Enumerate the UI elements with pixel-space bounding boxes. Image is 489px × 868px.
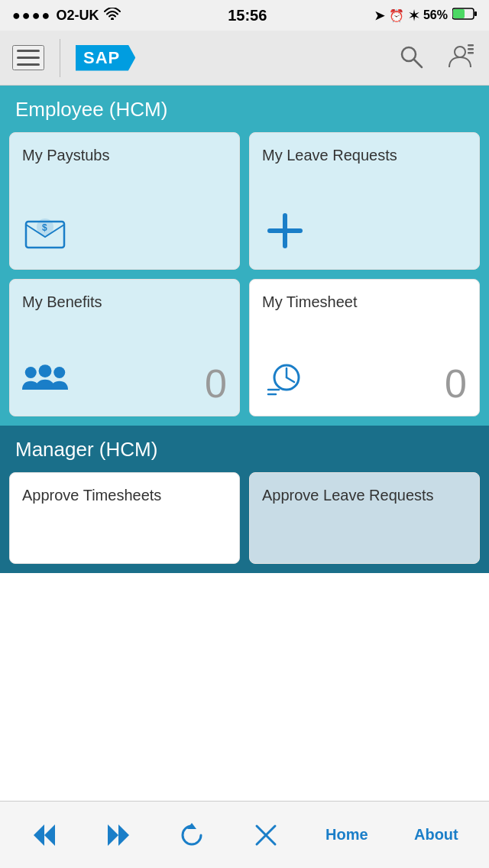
bottom-nav: Home About — [0, 801, 489, 868]
benefits-tile[interactable]: My Benefits 0 — [9, 279, 240, 416]
timesheet-tile[interactable]: My Timesheet 0 — [249, 279, 480, 416]
nav-right — [394, 40, 477, 76]
leave-requests-tile-title: My Leave Requests — [262, 145, 467, 165]
status-time: 15:56 — [228, 7, 267, 24]
approve-timesheets-tile[interactable]: Approve Timesheets — [9, 472, 240, 564]
status-bar: ●●●● O2-UK 15:56 ➤ ⏰ ✶ 56% ⚡ — [0, 0, 489, 31]
svg-point-17 — [53, 367, 65, 378]
sap-logo: SAP — [76, 45, 135, 71]
signal-dots: ●●●● — [12, 8, 52, 24]
alarm-icon: ⏰ — [389, 8, 404, 23]
carrier-name: O2-UK — [57, 8, 99, 24]
nav-left: SAP — [12, 39, 135, 77]
svg-rect-9 — [468, 52, 474, 54]
svg-rect-1 — [453, 9, 465, 18]
benefits-tile-title: My Benefits — [22, 292, 227, 312]
search-button[interactable] — [394, 40, 428, 76]
plus-icon — [262, 208, 308, 257]
refresh-button[interactable] — [169, 815, 215, 855]
battery-percent: 56% — [423, 8, 448, 22]
leave-requests-tile-bottom — [262, 208, 467, 257]
manager-section-header: Manager (HCM) — [0, 426, 489, 472]
manager-section: Manager (HCM) Approve Timesheets Approve… — [0, 426, 489, 573]
battery-icon: ⚡ — [452, 8, 477, 23]
back-button[interactable] — [21, 815, 67, 855]
svg-marker-24 — [44, 824, 55, 846]
status-left: ●●●● O2-UK — [12, 8, 121, 24]
about-label: About — [414, 826, 458, 844]
wifi-icon — [104, 8, 121, 24]
employee-section-header: Employee (HCM) — [0, 86, 489, 132]
svg-line-5 — [414, 60, 422, 67]
main-content: Employee (HCM) My Paystubs $ — [0, 86, 489, 640]
home-button[interactable]: Home — [316, 820, 377, 850]
svg-point-15 — [25, 367, 37, 378]
employee-section: Employee (HCM) My Paystubs $ — [0, 86, 489, 426]
close-button[interactable] — [243, 815, 289, 855]
svg-point-6 — [455, 47, 465, 57]
menu-button[interactable] — [12, 45, 44, 70]
approve-timesheets-tile-title: Approve Timesheets — [22, 485, 227, 505]
nav-divider — [60, 39, 60, 77]
svg-rect-2 — [474, 11, 477, 16]
svg-text:$: $ — [42, 222, 47, 233]
approve-leave-tile-title: Approve Leave Requests — [262, 485, 467, 505]
paystubs-tile[interactable]: My Paystubs $ — [9, 132, 240, 270]
timesheet-tile-bottom: 0 — [262, 355, 467, 403]
manager-section-title: Manager (HCM) — [15, 438, 157, 461]
paystubs-tile-title: My Paystubs — [22, 145, 227, 165]
forward-button[interactable] — [96, 815, 141, 855]
status-right: ➤ ⏰ ✶ 56% ⚡ — [374, 8, 477, 23]
benefits-tile-count: 0 — [205, 364, 227, 403]
benefits-tile-bottom: 0 — [22, 355, 227, 403]
location-icon: ➤ — [374, 8, 384, 23]
svg-rect-7 — [468, 44, 474, 47]
paystubs-tile-bottom: $ — [22, 208, 227, 257]
svg-marker-23 — [34, 824, 44, 846]
nav-header: SAP — [0, 31, 489, 86]
svg-marker-26 — [118, 824, 129, 846]
approve-leave-tile[interactable]: Approve Leave Requests — [249, 472, 480, 564]
svg-rect-8 — [468, 48, 474, 50]
timesheet-icon — [262, 355, 308, 403]
sap-logo-text: SAP — [76, 45, 135, 71]
svg-marker-25 — [108, 824, 118, 846]
timesheet-tile-count: 0 — [445, 364, 467, 403]
manager-tiles-grid: Approve Timesheets Approve Leave Request… — [0, 472, 489, 573]
leave-requests-tile[interactable]: My Leave Requests — [249, 132, 480, 270]
svg-line-20 — [287, 377, 294, 382]
profile-button[interactable] — [443, 40, 477, 76]
timesheet-tile-title: My Timesheet — [262, 292, 467, 312]
about-button[interactable]: About — [405, 820, 468, 850]
paystubs-icon: $ — [22, 208, 68, 257]
bluetooth-icon: ✶ — [409, 8, 419, 23]
employee-tiles-grid: My Paystubs $ — [0, 132, 489, 426]
benefits-icon — [22, 355, 68, 403]
home-label: Home — [325, 826, 368, 844]
employee-section-title: Employee (HCM) — [15, 98, 167, 121]
svg-point-16 — [39, 364, 52, 377]
